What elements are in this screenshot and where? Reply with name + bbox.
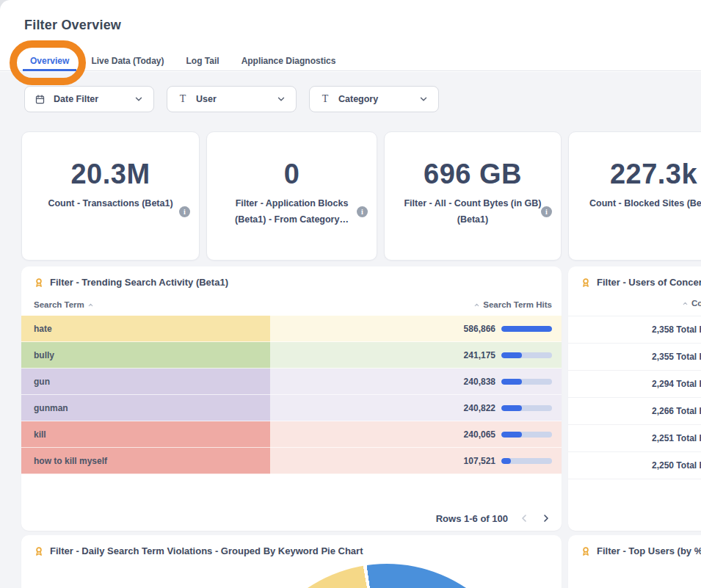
list-item[interactable]: 2,250 Total Hits [568,452,701,479]
stat-label: Filter - Application Blocks (Beta1) - Fr… [222,196,363,228]
search-term: how to kill myself [34,456,107,466]
previous-page-button[interactable] [518,512,530,524]
sort-caret-icon [87,302,94,308]
filter-dropdown-user[interactable]: T User [167,86,297,112]
award-icon [581,277,591,288]
stat-card-filter-all-count-bytes-in-gb-beta1: 696 GB Filter - All - Count Bytes (in GB… [384,131,562,261]
hits-bar [501,458,552,464]
hits-bar-fill [501,379,522,385]
pagination-label: Rows 1-6 of 100 [436,513,508,524]
user-count: 2,250 Total Hits [652,460,701,471]
middle-panel-row: Filter - Trending Search Activity (Beta1… [21,266,701,531]
chevron-down-icon [418,94,429,104]
text-icon: T [177,93,189,105]
stat-value: 696 GB [385,159,561,190]
filter-row: Date Filter T User T Category [24,86,439,112]
table-header: Count [568,294,701,316]
sort-search-term[interactable]: Search Term [34,300,94,309]
info-icon[interactable]: i [541,206,552,217]
sort-count[interactable]: Count [682,299,701,308]
table-row[interactable]: bully 241,175 [21,342,562,369]
term-cell: gunman [21,395,270,421]
user-count: 2,266 Total Hits [652,406,701,416]
pie-chart-panel: Filter - Daily Search Term Violations - … [21,535,562,588]
list-item[interactable]: 2,355 Total Hits [568,344,701,371]
tab-overview[interactable]: Overview [23,52,76,71]
term-cell: hate [21,316,270,342]
award-icon [581,546,591,556]
panel-header: Filter - Top Users (by %Hits) [568,535,701,562]
search-term-hits: 240,822 [464,403,495,413]
calendar-icon [34,94,46,105]
hits-cell: 241,175 [270,342,562,369]
hits-bar-fill [501,352,522,358]
panel-title: Filter - Users of Concern [597,277,701,288]
stat-card-count-transactions-beta1: 20.3M Count - Transactions (Beta1) i [21,131,200,261]
next-page-button[interactable] [540,512,552,524]
search-term: kill [34,429,46,440]
column-label: Search Term [34,300,84,309]
panel-title: Filter - Daily Search Term Violations - … [50,545,363,556]
info-icon[interactable]: i [357,206,368,217]
hits-bar [501,326,552,332]
table-row[interactable]: how to kill myself 107,521 [21,448,562,474]
search-term: bully [34,350,54,360]
list-item[interactable]: 2,294 Total Hits [568,371,701,398]
content-area: Date Filter T User T Category [0,72,701,588]
hits-cell: 240,065 [270,421,562,448]
list-item[interactable]: 2,251 Total Hits [568,425,701,452]
users-of-concern-panel: Filter - Users of Concern Count 2,358 To… [568,266,701,531]
trending-search-panel: Filter - Trending Search Activity (Beta1… [21,266,562,531]
hits-cell: 107,521 [270,448,562,474]
info-icon[interactable]: i [179,206,190,217]
stat-value: 227.3k [569,159,701,190]
tab-appliance-diagnostics[interactable]: Appliance Diagnostics [234,52,344,71]
table-body: 2,358 Total Hits 2,355 Total Hits 2,294 … [568,316,701,479]
user-count: 2,251 Total Hits [652,433,701,443]
hits-bar-fill [501,432,522,438]
dashboard-screen: { "header": { "title": "Filter Overview"… [0,0,701,588]
chevron-down-icon [276,94,286,104]
hits-cell: 240,822 [270,395,562,421]
hits-bar [501,352,552,358]
stat-card-row: 20.3M Count - Transactions (Beta1) i 0 F… [21,131,701,261]
tab-label: Live Data (Today) [91,56,164,66]
term-cell: kill [21,421,270,448]
tab-live-data-today[interactable]: Live Data (Today) [84,52,171,71]
award-icon [34,546,44,556]
bottom-panel-row: Filter - Daily Search Term Violations - … [21,535,701,588]
search-term-hits: 240,838 [464,377,495,387]
tab-label: Appliance Diagnostics [241,56,336,66]
table-row[interactable]: kill 240,065 [21,421,562,448]
stat-value: 20.3M [22,159,199,190]
pie-chart[interactable] [245,564,529,588]
search-term-hits: 586,866 [464,324,495,334]
search-term: gunman [34,403,68,413]
tab-label: Log Tail [186,56,219,66]
search-term-hits: 107,521 [464,456,495,466]
filter-label: Date Filter [54,94,98,104]
filter-dropdown-date-filter[interactable]: Date Filter [24,86,154,112]
stat-card-filter-application-blocks-beta1-from-category: 0 Filter - Application Blocks (Beta1) - … [206,131,377,261]
pagination: Rows 1-6 of 100 [436,512,552,524]
panel-header: Filter - Users of Concern [568,266,701,294]
list-item[interactable]: 2,266 Total Hits [568,398,701,425]
tab-log-tail[interactable]: Log Tail [179,52,227,71]
list-item[interactable]: 2,358 Total Hits [568,316,701,344]
search-term-hits: 241,175 [464,350,495,360]
hits-bar [501,405,552,411]
filter-dropdown-category[interactable]: T Category [309,86,439,112]
table-row[interactable]: gun 240,838 [21,369,562,395]
table-row[interactable]: hate 586,866 [21,316,562,342]
hits-bar-fill [501,405,522,411]
table-header: Search Term Search Term Hits [21,294,562,316]
hits-bar [501,379,552,385]
hits-bar-fill [501,326,552,332]
search-term: gun [34,377,50,387]
user-count: 2,294 Total Hits [652,379,701,389]
search-term-hits: 240,065 [464,429,495,440]
sort-search-term-hits[interactable]: Search Term Hits [473,300,552,309]
top-users-panel: Filter - Top Users (by %Hits) [568,535,701,588]
table-row[interactable]: gunman 240,822 [21,395,562,421]
text-icon: T [319,93,331,105]
